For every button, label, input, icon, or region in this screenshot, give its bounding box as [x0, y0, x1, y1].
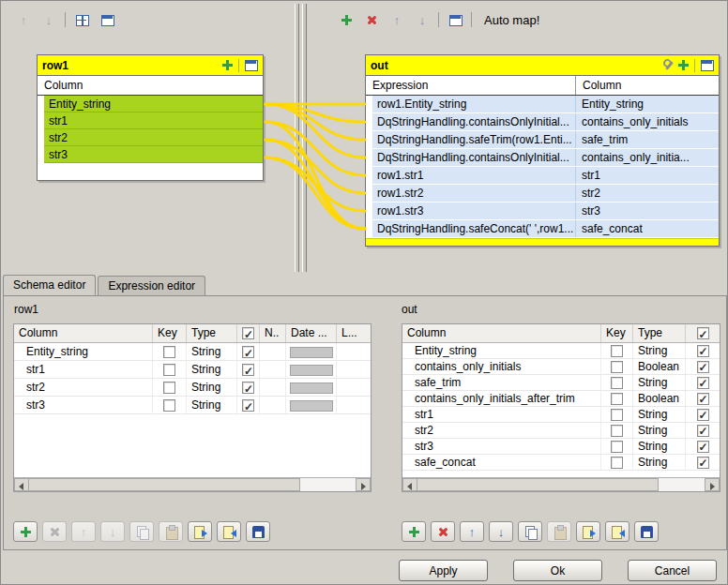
export-schema-button[interactable]	[605, 521, 629, 542]
auto-map-button[interactable]: Auto map!	[478, 12, 545, 28]
move-output-down-button[interactable]: ↓	[413, 10, 432, 29]
column-name-cell[interactable]: str2	[14, 379, 153, 396]
expression-cell[interactable]: row1.str1	[372, 167, 576, 184]
grid-view-button[interactable]	[72, 10, 91, 29]
expression-cell[interactable]: DqStringHandling.containsOnlyInitial...	[372, 149, 576, 166]
paste-button[interactable]	[159, 521, 183, 542]
tab-expression-editor[interactable]: Expression editor	[98, 276, 205, 295]
minimize-window-button[interactable]	[446, 10, 464, 29]
nullable-checkbox[interactable]	[697, 361, 709, 373]
move-up-button[interactable]: ↑	[460, 521, 484, 542]
save-schema-button[interactable]	[634, 521, 659, 542]
type-cell[interactable]: Boolean	[633, 359, 686, 374]
column-cell[interactable]: str2	[576, 185, 719, 202]
scroll-left-button[interactable]	[14, 478, 29, 491]
key-checkbox[interactable]	[163, 346, 175, 358]
nullable-checkbox[interactable]	[697, 441, 709, 453]
expression-cell[interactable]: DqStringHandling.containsOnlyInitial...	[372, 113, 576, 130]
move-down-button[interactable]: ↓	[489, 521, 513, 542]
cancel-button[interactable]: Cancel	[628, 560, 717, 581]
column-name-cell[interactable]: Entity_string	[14, 343, 153, 360]
type-cell[interactable]: String	[187, 361, 237, 378]
column-name-cell[interactable]: Entity_string	[402, 343, 601, 358]
key-checkbox[interactable]	[163, 399, 175, 412]
add-output-button[interactable]	[337, 10, 356, 29]
key-checkbox[interactable]	[611, 409, 623, 421]
scroll-left-button[interactable]	[402, 478, 417, 491]
expression-cell[interactable]: row1.str3	[372, 202, 576, 219]
expression-cell[interactable]: DqStringHandling.safeConcat(' ',row1...	[372, 220, 576, 237]
add-variable-button[interactable]	[675, 58, 690, 73]
scrollbar-thumb[interactable]	[29, 478, 300, 491]
key-checkbox[interactable]	[611, 345, 623, 357]
nullable-checkbox[interactable]	[697, 393, 709, 405]
key-checkbox[interactable]	[611, 377, 623, 389]
key-checkbox[interactable]	[611, 393, 623, 405]
nullable-checkbox[interactable]	[697, 409, 709, 421]
move-up-button[interactable]: ↑	[71, 521, 96, 542]
scrollbar-thumb[interactable]	[417, 478, 659, 491]
add-variable-button[interactable]	[220, 58, 235, 73]
column-name-cell[interactable]: contains_only_initials_after_trim	[402, 391, 601, 406]
nullable-all-checkbox[interactable]	[242, 327, 254, 339]
column-name-cell[interactable]: str1	[14, 361, 153, 378]
key-checkbox[interactable]	[611, 441, 623, 453]
import-schema-button[interactable]	[188, 521, 212, 542]
column-name-cell[interactable]: str3	[402, 439, 601, 454]
move-output-up-button[interactable]: ↑	[387, 10, 406, 29]
restore-window-button[interactable]	[243, 58, 258, 73]
column-name-cell[interactable]: safe_trim	[402, 375, 601, 390]
add-column-button[interactable]	[402, 521, 426, 542]
column-cell[interactable]: Entity_string	[576, 96, 719, 112]
input-row[interactable]: str1	[44, 112, 263, 129]
type-cell[interactable]: String	[187, 379, 237, 396]
save-schema-button[interactable]	[246, 521, 270, 542]
type-cell[interactable]: String	[633, 423, 686, 438]
nullable-checkbox[interactable]	[242, 399, 254, 412]
key-checkbox[interactable]	[611, 361, 623, 373]
splitter[interactable]	[293, 4, 310, 272]
column-cell[interactable]: str3	[576, 202, 719, 219]
column-name-cell[interactable]: str1	[402, 407, 601, 422]
scroll-right-button[interactable]	[356, 478, 371, 491]
type-cell[interactable]: String	[187, 343, 237, 360]
remove-column-button[interactable]	[431, 521, 455, 542]
nullable-checkbox[interactable]	[242, 346, 254, 358]
key-checkbox[interactable]	[611, 425, 623, 437]
type-cell[interactable]: String	[633, 455, 686, 470]
scroll-right-button[interactable]	[705, 478, 720, 491]
type-cell[interactable]: String	[633, 407, 686, 422]
type-cell[interactable]: String	[633, 343, 686, 358]
key-checkbox[interactable]	[611, 457, 623, 469]
nullable-all-checkbox[interactable]	[697, 327, 709, 339]
copy-button[interactable]	[518, 521, 542, 542]
column-cell[interactable]: safe_concat	[576, 220, 719, 237]
export-schema-button[interactable]	[217, 521, 241, 542]
nullable-checkbox[interactable]	[697, 457, 709, 469]
restore-window-button[interactable]	[699, 58, 714, 73]
remove-column-button[interactable]	[42, 521, 67, 542]
paste-button[interactable]	[547, 521, 571, 542]
input-row[interactable]: Entity_string	[44, 96, 263, 112]
copy-button[interactable]	[129, 521, 154, 542]
settings-wrench-button[interactable]	[660, 58, 675, 73]
column-cell[interactable]: contains_only_initia...	[576, 149, 719, 166]
expression-cell[interactable]: row1.str2	[372, 185, 576, 202]
input-row[interactable]: str3	[44, 146, 263, 163]
nullable-checkbox[interactable]	[697, 425, 709, 437]
expression-cell[interactable]: row1.Entity_string	[372, 96, 576, 112]
nullable-checkbox[interactable]	[242, 364, 254, 376]
ok-button[interactable]: Ok	[513, 560, 602, 581]
type-cell[interactable]: String	[633, 439, 686, 454]
column-cell[interactable]: contains_only_initials	[576, 113, 719, 130]
remove-output-button[interactable]	[362, 10, 381, 29]
key-checkbox[interactable]	[163, 382, 175, 394]
import-schema-button[interactable]	[576, 521, 600, 542]
input-row[interactable]: str2	[44, 129, 263, 146]
expression-cell[interactable]: DqStringHandling.safeTrim(row1.Enti...	[372, 131, 576, 148]
key-checkbox[interactable]	[163, 364, 175, 376]
type-cell[interactable]: String	[633, 375, 686, 390]
nullable-checkbox[interactable]	[697, 345, 709, 357]
tab-schema-editor[interactable]: Schema editor	[3, 275, 96, 295]
nullable-checkbox[interactable]	[242, 382, 254, 394]
